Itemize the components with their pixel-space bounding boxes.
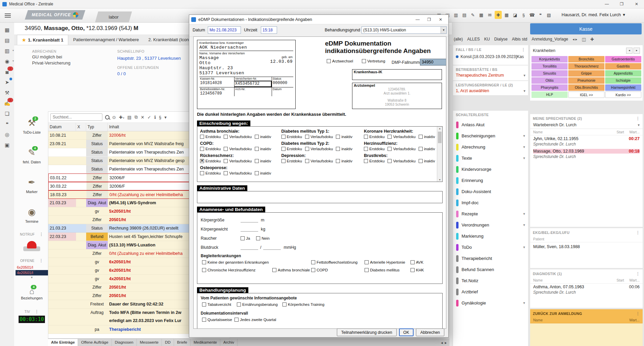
checkbox-box[interactable]: [365, 268, 369, 272]
printer-icon[interactable]: ▥: [452, 11, 460, 19]
zurueck-more-icon[interactable]: ⋮: [636, 311, 640, 316]
checkbox-box[interactable]: [411, 268, 415, 272]
bottom-tab-DD[interactable]: DD: [162, 339, 174, 346]
krankheit-Grippe[interactable]: Grippe: [568, 70, 604, 77]
checkbox-box[interactable]: [255, 171, 259, 175]
krankenhaus-ik-box[interactable]: Krankenhaus-IK: [352, 69, 442, 80]
checkbox-Erstdoku[interactable]: Erstdoku: [281, 147, 302, 151]
checkbox-box[interactable]: [200, 135, 204, 139]
checkbox-box[interactable]: [311, 268, 315, 272]
krankheit-HLP[interactable]: HLP: [531, 91, 568, 98]
checkbox-arztwechsel[interactable]: Arztwechsel: [327, 59, 353, 63]
stamp-icon[interactable]: ✍1: [3, 100, 11, 107]
leistungserbringer-select[interactable]: 1, Arzt auswählen ▾: [453, 88, 528, 94]
cut-icon[interactable]: ✕: [141, 115, 144, 120]
fall-entry[interactable]: Konsil.[18.03.2023-19.09.2023]Kas: [453, 53, 528, 60]
checkbox-Ernährungsberatung[interactable]: Ernährungsberatung: [237, 302, 278, 307]
tools-icon[interactable]: ⚒: [3, 89, 11, 97]
action-Marker[interactable]: ✒Marker: [16, 171, 48, 201]
checkbox-Diabetes mellitus[interactable]: Diabetes mellitus: [365, 268, 400, 272]
waiting-patient[interactable]: Jyhn, Ulrike, 02.11.195500:27Sprechstund…: [530, 135, 643, 148]
krankheiten-scroll-left-icon[interactable]: ◂: [626, 48, 633, 54]
sprechstunde-more-icon[interactable]: ⋮: [636, 116, 640, 121]
tiv-more-icon[interactable]: ⋮: [35, 309, 39, 314]
checkbox-Verlaufsdoku[interactable]: Verlaufsdoku: [305, 135, 333, 139]
window-minimize-button[interactable]: —: [599, 0, 614, 8]
tabs-scroll-right-icon[interactable]: ▸: [445, 341, 447, 345]
scrollbar[interactable]: [437, 127, 442, 182]
checkbox-inaktiv[interactable]: inaktiv: [419, 135, 435, 139]
vaccination-icon[interactable]: ✚: [495, 11, 502, 19]
checkbox-box[interactable]: [200, 147, 204, 151]
checkbox-box[interactable]: [327, 59, 331, 63]
ekg-patient-entry[interactable]: Müller, Sven, 18.03.1988: [530, 242, 643, 251]
checkbox-Erstdoku[interactable]: Erstdoku: [200, 135, 221, 139]
user-menu[interactable]: Hausarzt, Dr. med. Felix Lurch ▾: [562, 12, 625, 17]
checkbox-vertretung[interactable]: Vertretung: [362, 59, 385, 63]
wartebereich-select[interactable]: Wartebereich Dr. Lurch ▾: [530, 122, 643, 129]
notruf-more-icon[interactable]: ⋮: [40, 232, 44, 237]
copy-icon[interactable]: ⧉: [134, 114, 138, 120]
journal-icon[interactable]: ▦: [478, 11, 485, 19]
search-icon[interactable]: [105, 115, 109, 119]
krankheit-Gastroenteritis[interactable]: Gastroenteritis: [605, 56, 641, 62]
bottom-tab-Alle Einträge[interactable]: Alle Einträge: [48, 339, 78, 346]
checkbox-box[interactable]: [365, 260, 369, 264]
checkbox-box[interactable]: [419, 147, 423, 151]
dialog-button-OK[interactable]: OK: [399, 328, 414, 336]
checkbox-box[interactable]: [272, 268, 276, 272]
labor-tab[interactable]: labor: [95, 11, 132, 22]
action-fehl. Daten[interactable]: ✎4fehl. Daten: [16, 141, 48, 171]
tabs-scroll-left-icon[interactable]: ◂: [441, 341, 443, 345]
schalter-Tel.Notiz[interactable]: Tel.Notiz: [453, 275, 528, 286]
checkbox-Tabakverzicht[interactable]: Tabakverzicht: [202, 302, 231, 307]
krankheit-Appendizitis[interactable]: Appendizitis: [605, 70, 641, 77]
offene-scroll-down-icon[interactable]: ▾: [16, 275, 48, 279]
krankheit-Ischialgie[interactable]: Ischialgie: [605, 77, 641, 84]
calendar-icon[interactable]: ▦: [503, 11, 510, 19]
lock-icon[interactable]: ◙1: [3, 68, 11, 76]
tab-Patientenmanagment / Wartebere[interactable]: Patientenmanagment / Wartebere: [68, 35, 144, 45]
schalter-Markierung[interactable]: Markierung: [453, 231, 528, 242]
fallnummer-input[interactable]: 34950: [420, 59, 446, 65]
checkbox-box[interactable]: [224, 171, 228, 175]
diagnostik-more-icon[interactable]: ⋮: [636, 271, 640, 276]
koerpergewicht-input[interactable]: [241, 227, 258, 232]
checkbox-Verlaufsdoku[interactable]: Verlaufsdoku: [224, 159, 252, 163]
offene-item[interactable]: 6x20501/I: [16, 265, 48, 270]
krankheit-Otitis[interactable]: Otitis: [531, 77, 568, 84]
blutdruck-dia-input[interactable]: [263, 245, 281, 250]
checkbox-box[interactable]: [281, 159, 286, 163]
schalter-Abrechnung[interactable]: Abrechnung▾: [453, 141, 528, 153]
notruf-button[interactable]: [23, 240, 41, 252]
checkbox-inaktiv[interactable]: inaktiv: [255, 171, 271, 175]
checkbox-Fettstoffwechselstörung[interactable]: Fettstoffwechselstörung: [311, 260, 357, 264]
tab-1. Krankenblatt 1[interactable]: ★1. Krankenblatt 1: [17, 35, 68, 45]
form-icon[interactable]: ▤: [127, 115, 131, 120]
stats-icon[interactable]: ◪: [512, 11, 519, 19]
checkbox-Asthma bronchiale[interactable]: Asthma bronchiale: [272, 268, 310, 272]
bell-icon[interactable]: ◎: [3, 131, 11, 138]
checkbox-inaktiv[interactable]: inaktiv: [419, 147, 435, 151]
checkbox-box[interactable]: [336, 159, 340, 163]
more-icon[interactable]: ▾: [164, 115, 167, 120]
pin-icon[interactable]: ➤: [3, 79, 11, 86]
checkbox-box[interactable]: [234, 318, 239, 322]
window-close-button[interactable]: ✕: [629, 0, 644, 8]
schalter-Texte[interactable]: Texte▾: [453, 153, 528, 164]
history-icon[interactable]: ⊙: [112, 115, 116, 120]
betriebsstaette-select[interactable]: Therapeutisches Zentrum ▾: [453, 73, 528, 78]
koerpergroesse-input[interactable]: [241, 218, 258, 222]
uhrzeit-input[interactable]: 15:18: [261, 26, 277, 34]
checkbox-box[interactable]: [255, 135, 259, 139]
schalter-Therapiebericht[interactable]: Therapiebericht: [453, 253, 528, 264]
checkbox-inaktiv[interactable]: inaktiv: [255, 159, 271, 163]
dialog-button-Teilnahmeerklärung drucken[interactable]: Teilnahmeerklärung drucken: [337, 328, 397, 336]
checkbox-box[interactable]: [224, 147, 228, 151]
action-Termine[interactable]: ◉Termine: [16, 201, 48, 230]
menu-icon[interactable]: [5, 12, 11, 17]
checkbox-Nein[interactable]: Nein: [256, 236, 270, 240]
checkbox-Ja[interactable]: Ja: [241, 236, 250, 240]
checkbox-box[interactable]: [255, 147, 259, 151]
checkbox-Verlaufsdoku[interactable]: Verlaufsdoku: [388, 135, 416, 139]
